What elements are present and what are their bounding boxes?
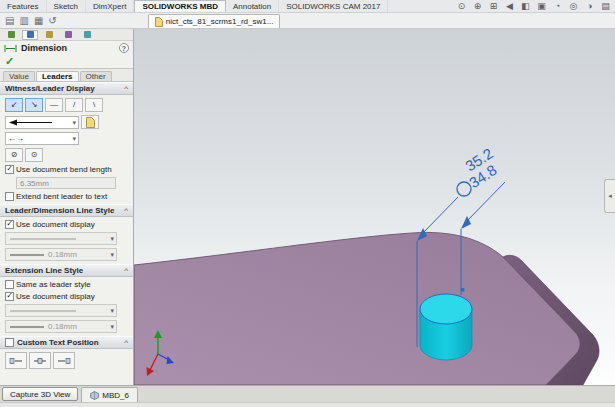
apply-scene-icon[interactable]: ▤: [600, 2, 611, 11]
ribbon-tab-dimxpert[interactable]: DimXpert: [86, 0, 134, 12]
document-arrow-style-button[interactable]: [81, 115, 99, 129]
section-view-icon[interactable]: ◧: [520, 2, 531, 11]
ribbon-tab-annotation[interactable]: Annotation: [226, 0, 279, 12]
3d-views-strip: Capture 3D View MBD_6: [0, 385, 615, 402]
view-tab-mbd6[interactable]: MBD_6: [81, 387, 138, 402]
use-document-bend-length-checkbox[interactable]: [5, 165, 14, 174]
collapse-chevron-icon[interactable]: ^: [124, 266, 128, 275]
section-leader-style-title: Leader/Dimension Line Style: [5, 206, 114, 215]
panel-actions: ✓: [0, 55, 133, 69]
witness-body: ↙ ↘ — / \ ▾: [0, 95, 133, 204]
model-top-face[interactable]: [134, 232, 580, 385]
section-custom-text-position[interactable]: Custom Text Position ^: [0, 336, 133, 349]
same-as-leader-style-checkbox[interactable]: [5, 280, 14, 289]
ribbon-tab-solidworks-cam[interactable]: SOLIDWORKS CAM 2017: [279, 0, 388, 12]
graphics-viewport[interactable]: 35.2 34.8 ◂: [134, 29, 615, 385]
text-right-leader-button[interactable]: [53, 352, 75, 369]
panel-header: Dimension ?: [0, 41, 133, 55]
leader-style-none-button[interactable]: —: [45, 98, 63, 112]
propertymanager-tab-icon: [27, 31, 34, 38]
line-style-sample-icon: [8, 308, 78, 314]
arrow-style-dropdown[interactable]: ▾: [5, 116, 79, 129]
tab-value[interactable]: Value: [3, 71, 35, 81]
ok-button[interactable]: ✓: [5, 56, 14, 67]
extension-line-thickness-dropdown: 0.18mm ▾: [5, 320, 117, 333]
task-pane-toggle[interactable]: ◂: [604, 179, 615, 213]
ribbon-tab-features[interactable]: Features: [0, 0, 47, 12]
zoom-area-icon[interactable]: ⊞: [488, 2, 499, 11]
capture-3d-view-button[interactable]: Capture 3D View: [2, 387, 78, 401]
featuremanager-tab-icon: [8, 31, 15, 38]
part-file-icon: [155, 17, 163, 27]
section-witness-leader-display[interactable]: Witness/Leader Display ^: [0, 82, 133, 95]
collapse-chevron-icon[interactable]: ^: [124, 338, 128, 347]
collapse-chevron-icon[interactable]: ^: [124, 84, 128, 93]
leader-use-document-display-checkbox[interactable]: [5, 220, 14, 229]
text-left-leader-button[interactable]: [5, 352, 27, 369]
new-file-icon[interactable]: ▤: [5, 16, 14, 26]
previous-view-icon[interactable]: ◀: [504, 2, 515, 11]
override-arrow-toggle-button[interactable]: ⊘: [5, 148, 23, 162]
second-arrow-sample-icon: ←→: [8, 134, 24, 143]
manager-tab-strip: [0, 29, 133, 41]
displaymanager-tab[interactable]: [79, 30, 95, 40]
zoom-fit-icon[interactable]: ⊕: [472, 2, 483, 11]
annotation-handle-point[interactable]: [461, 288, 465, 292]
tab-leaders[interactable]: Leaders: [36, 71, 79, 81]
status-bar: [0, 402, 615, 407]
leader-backslash-button[interactable]: \: [85, 98, 103, 112]
leader-style-bent-button[interactable]: ↙: [5, 98, 23, 112]
extension-line-thickness-value: 0.18mm: [48, 322, 77, 331]
section-extension-line-style[interactable]: Extension Line Style ^: [0, 264, 133, 277]
quick-access-toolbar: ▤ ▥ ▦ ↺: [0, 16, 62, 28]
section-leader-dimension-line-style[interactable]: Leader/Dimension Line Style ^: [0, 204, 133, 217]
appearances-icon[interactable]: ◑: [584, 2, 595, 11]
tab-other[interactable]: Other: [80, 71, 112, 81]
section-witness-title: Witness/Leader Display: [5, 84, 95, 93]
dimxpertmanager-tab[interactable]: [60, 30, 76, 40]
ribbon-tab-sketch[interactable]: Sketch: [47, 0, 86, 12]
featuremanager-tab[interactable]: [3, 30, 19, 40]
dropdown-caret-icon: ▾: [72, 119, 76, 126]
property-manager-panel: Dimension ? ✓ Value Leaders Other Witnes…: [0, 29, 134, 385]
extension-line-style-dropdown: ▾: [5, 304, 117, 317]
open-file-icon[interactable]: ▥: [19, 16, 28, 26]
dimension-line-right: [466, 182, 505, 222]
leader-style-straight-button[interactable]: ↘: [25, 98, 43, 112]
ribbon-tab-bar: Features Sketch DimXpert SOLIDWORKS MBD …: [0, 0, 615, 13]
panel-title: Dimension: [21, 43, 67, 53]
view-orientation-icon[interactable]: ▣: [536, 2, 547, 11]
leader-slash-button[interactable]: /: [65, 98, 83, 112]
custom-text-position-checkbox[interactable]: [5, 338, 14, 347]
solidworks-window: Features Sketch DimXpert SOLIDWORKS MBD …: [0, 0, 615, 407]
extend-bent-leader-checkbox[interactable]: [5, 192, 14, 201]
search-icon[interactable]: ⊙: [456, 2, 467, 11]
extension-use-document-display-checkbox[interactable]: [5, 292, 14, 301]
extend-bent-leader-label: Extend bent leader to text: [16, 192, 107, 201]
line-style-sample-icon: [8, 236, 78, 242]
dropdown-caret-icon: ▾: [110, 235, 114, 242]
collapse-chevron-icon[interactable]: ^: [124, 206, 128, 215]
line-thickness-sample-icon: [8, 324, 46, 330]
dropdown-caret-icon: ▾: [110, 307, 114, 314]
dimension-line-left: [422, 197, 458, 234]
text-center-leader-button[interactable]: [29, 352, 51, 369]
document-tab[interactable]: nict_cts_81_scrms1_rd_sw1...: [148, 14, 281, 28]
hide-show-items-icon[interactable]: ◎: [568, 2, 579, 11]
help-icon[interactable]: ?: [119, 43, 129, 53]
hole-top-face[interactable]: [420, 294, 472, 324]
diameter-symbol-icon: [457, 182, 471, 196]
save-icon[interactable]: ▦: [34, 16, 43, 26]
undo-icon[interactable]: ↺: [48, 16, 56, 26]
propertymanager-tab[interactable]: [22, 30, 38, 40]
display-style-icon[interactable]: ◔: [552, 2, 563, 11]
dropdown-caret-icon: ▾: [110, 251, 114, 258]
ribbon-tab-solidworks-mbd[interactable]: SOLIDWORKS MBD: [134, 0, 226, 12]
configurationmanager-tab[interactable]: [41, 30, 57, 40]
collapse-arrow-icon: ◂: [608, 192, 612, 200]
document-tab-label: nict_cts_81_scrms1_rd_sw1...: [166, 17, 274, 26]
line-thickness-sample-icon: [8, 252, 46, 258]
main-area: Dimension ? ✓ Value Leaders Other Witnes…: [0, 29, 615, 385]
second-arrow-style-dropdown[interactable]: ←→ ▾: [5, 132, 79, 145]
arrow-direction-toggle-button[interactable]: ⊙: [25, 148, 43, 162]
